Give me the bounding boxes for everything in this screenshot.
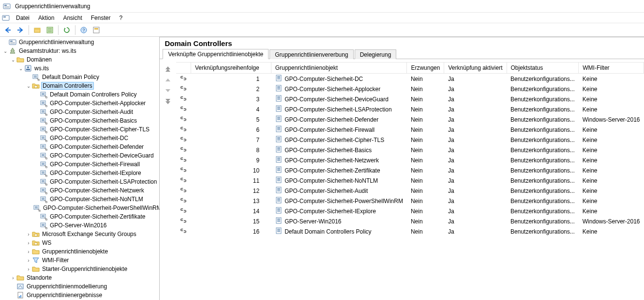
col-linkenabled[interactable]: Verknüpfung aktiviert bbox=[444, 63, 507, 74]
tree-pane[interactable]: Gruppenrichtlinienverwaltung⌄Gesamtstruk… bbox=[0, 37, 160, 300]
menu-window[interactable]: Fenster bbox=[87, 14, 115, 22]
row-gpo[interactable]: GPO-Computer-Sicherheit-PowerShellWinRM bbox=[271, 196, 407, 206]
table-row[interactable]: 2GPO-Computer-Sicherheit-ApplockerNeinJa… bbox=[176, 84, 644, 94]
table-row[interactable]: 4GPO-Computer-Sicherheit-LSAProtectionNe… bbox=[176, 104, 644, 114]
move-bottom-button[interactable] bbox=[163, 97, 173, 106]
row-gpo[interactable]: GPO-Computer-Sicherheit-NoNTLM bbox=[271, 175, 407, 186]
tree-wmi-filter[interactable]: ›WMI-Filter bbox=[0, 256, 159, 265]
row-gpo[interactable]: GPO-Computer-Sicherheit-Firewall bbox=[271, 125, 407, 135]
tree-dc-child-6[interactable]: GPO-Computer-Sicherheit-Defender bbox=[0, 142, 159, 151]
move-up-button[interactable] bbox=[163, 76, 173, 84]
move-top-button[interactable] bbox=[163, 65, 173, 74]
tree-dc-child-15[interactable]: GPO-Server-Win2016 bbox=[0, 221, 159, 230]
table-row[interactable]: 5GPO-Computer-Sicherheit-DefenderNeinJaB… bbox=[176, 114, 644, 125]
tree-dc-child-12[interactable]: GPO-Computer-Sicherheit-NoNTLM bbox=[0, 195, 159, 204]
tree-dc-child-10[interactable]: GPO-Computer-Sicherheit-LSAProtection bbox=[0, 177, 159, 186]
row-gpo[interactable]: GPO-Computer-Sicherheit-Cipher-TLS bbox=[271, 135, 407, 145]
tree-default-domain-policy[interactable]: Default Domain Policy bbox=[0, 73, 159, 81]
table-row[interactable]: 6GPO-Computer-Sicherheit-FirewallNeinJaB… bbox=[176, 125, 644, 135]
tree-dc-child-7[interactable]: GPO-Computer-Sicherheit-DeviceGuard bbox=[0, 151, 159, 160]
menu-action[interactable]: Aktion bbox=[34, 14, 58, 22]
tree-twisty[interactable]: › bbox=[25, 267, 32, 272]
toolbar-btn-3[interactable] bbox=[90, 24, 102, 36]
tree-twisty[interactable]: › bbox=[25, 240, 32, 246]
gpo-link-table[interactable]: Verknüpfungsreihenfolge Gruppenrichtlini… bbox=[176, 63, 644, 237]
table-row[interactable]: 7GPO-Computer-Sicherheit-Cipher-TLSNeinJ… bbox=[176, 135, 644, 145]
menu-file[interactable]: Datei bbox=[12, 14, 33, 22]
menu-view[interactable]: Ansicht bbox=[59, 14, 86, 22]
back-button[interactable] bbox=[2, 24, 14, 36]
tree-twisty[interactable]: › bbox=[25, 258, 32, 263]
tree-dc-child-4[interactable]: GPO-Computer-Sicherheit-Cipher-TLS bbox=[0, 125, 159, 134]
row-gpo[interactable]: GPO-Computer-Sicherheit-Defender bbox=[271, 114, 407, 125]
tree-dc-child-3[interactable]: GPO-Computer-Sicherheit-Basics bbox=[0, 116, 159, 125]
table-row[interactable]: 15GPO-Server-Win2016NeinJaBenutzerkonfig… bbox=[176, 216, 644, 226]
tree-dc-child-14[interactable]: GPO-Computer-Sicherheit-Zertifikate bbox=[0, 212, 159, 221]
row-gpo[interactable]: GPO-Computer-Sicherheit-Audit bbox=[271, 186, 407, 196]
row-gpo[interactable]: GPO-Computer-Sicherheit-IExplore bbox=[271, 206, 407, 216]
menu-help[interactable]: ? bbox=[115, 14, 126, 22]
tree-twisty[interactable]: › bbox=[25, 249, 32, 254]
tree-ms-exchange[interactable]: ›Microsoft Exchange Security Groups bbox=[0, 230, 159, 238]
tab-delegation[interactable]: Delegierung bbox=[355, 49, 397, 59]
row-gpo[interactable]: GPO-Computer-Sicherheit-Basics bbox=[271, 145, 407, 155]
tree-results[interactable]: Gruppenrichtlinienergebnisse bbox=[0, 291, 159, 300]
refresh-button[interactable] bbox=[61, 24, 73, 36]
table-row[interactable]: 11GPO-Computer-Sicherheit-NoNTLMNeinJaBe… bbox=[176, 175, 644, 186]
col-order[interactable]: Verknüpfungsreihenfolge bbox=[191, 63, 271, 74]
grid-wrapper[interactable]: Verknüpfungsreihenfolge Gruppenrichtlini… bbox=[176, 62, 644, 300]
tab-inheritance[interactable]: Gruppenrichtlinienvererbung bbox=[270, 49, 353, 59]
toolbar-btn-1[interactable] bbox=[31, 24, 43, 36]
row-gpo[interactable]: GPO-Computer-Sicherheit-DC bbox=[271, 74, 407, 84]
table-row[interactable]: 1GPO-Computer-Sicherheit-DCNeinJaBenutze… bbox=[176, 74, 644, 84]
system-menu-icon[interactable] bbox=[2, 14, 10, 22]
tree-dc-child-8[interactable]: GPO-Computer-Sicherheit-Firewall bbox=[0, 160, 159, 169]
table-row[interactable]: 14GPO-Computer-Sicherheit-IExploreNeinJa… bbox=[176, 206, 644, 216]
tree-ws[interactable]: ›WS bbox=[0, 238, 159, 247]
col-gpo[interactable]: Gruppenrichtlinienobjekt bbox=[271, 63, 407, 74]
tab-linked-gpos[interactable]: Verknüpfte Gruppenrichtlinienobjekte bbox=[163, 49, 269, 59]
table-row[interactable]: 3GPO-Computer-Sicherheit-DeviceGuardNein… bbox=[176, 94, 644, 104]
table-row[interactable]: 16Default Domain Controllers PolicyNeinJ… bbox=[176, 226, 644, 237]
row-gpo[interactable]: GPO-Computer-Sicherheit-Zertifikate bbox=[271, 165, 407, 175]
row-gpo[interactable]: GPO-Server-Win2016 bbox=[271, 216, 407, 226]
help-button[interactable]: ? bbox=[78, 24, 90, 36]
tree-domain-controllers[interactable]: ⌄Domain Controllers bbox=[0, 81, 159, 90]
col-icon[interactable] bbox=[176, 63, 191, 74]
row-gpo[interactable]: GPO-Computer-Sicherheit-Applocker bbox=[271, 84, 407, 94]
tree-domain[interactable]: ⌄ws.its bbox=[0, 64, 159, 73]
tree-dc-child-11[interactable]: GPO-Computer-Sicherheit-Netzwerk bbox=[0, 186, 159, 195]
tree-forest[interactable]: ⌄Gesamtstruktur: ws.its bbox=[0, 47, 159, 55]
table-row[interactable]: 12GPO-Computer-Sicherheit-AuditNeinJaBen… bbox=[176, 186, 644, 196]
row-gpo[interactable]: GPO-Computer-Sicherheit-DeviceGuard bbox=[271, 94, 407, 104]
tree-sites[interactable]: ›Standorte bbox=[0, 273, 159, 282]
tree-dc-child-1[interactable]: GPO-Computer-Sicherheit-Applocker bbox=[0, 99, 159, 108]
col-enforced[interactable]: Erzwungen bbox=[407, 63, 444, 74]
table-row[interactable]: 9GPO-Computer-Sicherheit-NetzwerkNeinJaB… bbox=[176, 155, 644, 165]
tree-starter-gpo[interactable]: ›Starter-Gruppenrichtlinienobjekte bbox=[0, 265, 159, 273]
tree-dc-child-9[interactable]: GPO-Computer-Sicherheit-IExplore bbox=[0, 169, 159, 177]
tree-twisty[interactable]: › bbox=[10, 275, 16, 281]
row-gpo[interactable]: Default Domain Controllers Policy bbox=[271, 226, 407, 237]
tree-twisty[interactable]: ⌄ bbox=[17, 66, 24, 71]
toolbar-btn-2[interactable] bbox=[44, 24, 56, 36]
tree-dc-child-13[interactable]: GPO-Computer-Sicherheit-PowerShellWinRM bbox=[0, 204, 159, 212]
row-gpo[interactable]: GPO-Computer-Sicherheit-Netzwerk bbox=[271, 155, 407, 165]
tree-twisty[interactable]: › bbox=[25, 232, 32, 237]
tree-root[interactable]: Gruppenrichtlinienverwaltung bbox=[0, 38, 159, 47]
table-row[interactable]: 8GPO-Computer-Sicherheit-BasicsNeinJaBen… bbox=[176, 145, 644, 155]
row-gpo[interactable]: GPO-Computer-Sicherheit-LSAProtection bbox=[271, 104, 407, 114]
tree-dc-child-5[interactable]: GPO-Computer-Sicherheit-DC bbox=[0, 134, 159, 142]
tree-dc-child-0[interactable]: Default Domain Controllers Policy bbox=[0, 90, 159, 99]
col-wmi[interactable]: WMI-Filter bbox=[579, 63, 644, 74]
tree-dc-child-2[interactable]: GPO-Computer-Sicherheit-Audit bbox=[0, 108, 159, 116]
table-row[interactable]: 13GPO-Computer-Sicherheit-PowerShellWinR… bbox=[176, 196, 644, 206]
forward-button[interactable] bbox=[15, 24, 26, 36]
tree-gpo-objects[interactable]: ›Gruppenrichtlinienobjekte bbox=[0, 247, 159, 256]
tree-twisty[interactable]: ⌄ bbox=[25, 83, 32, 89]
tree-domains[interactable]: ⌄Domänen bbox=[0, 55, 159, 64]
move-down-button[interactable] bbox=[163, 86, 173, 95]
tree-twisty[interactable]: ⌄ bbox=[10, 57, 16, 63]
table-row[interactable]: 10GPO-Computer-Sicherheit-ZertifikateNei… bbox=[176, 165, 644, 175]
col-status[interactable]: Objektstatus bbox=[507, 63, 579, 74]
